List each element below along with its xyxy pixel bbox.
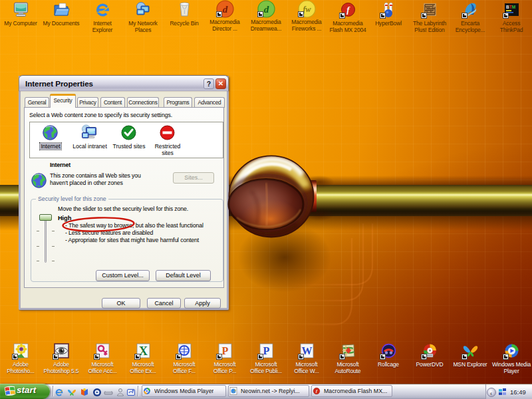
svg-text:fw: fw — [303, 5, 311, 14]
svg-text:d: d — [222, 4, 227, 15]
svg-text:BTM: BTM — [506, 5, 515, 9]
svg-text:P: P — [221, 345, 228, 356]
svg-text:d: d — [263, 4, 269, 15]
svg-text:P: P — [263, 345, 269, 356]
